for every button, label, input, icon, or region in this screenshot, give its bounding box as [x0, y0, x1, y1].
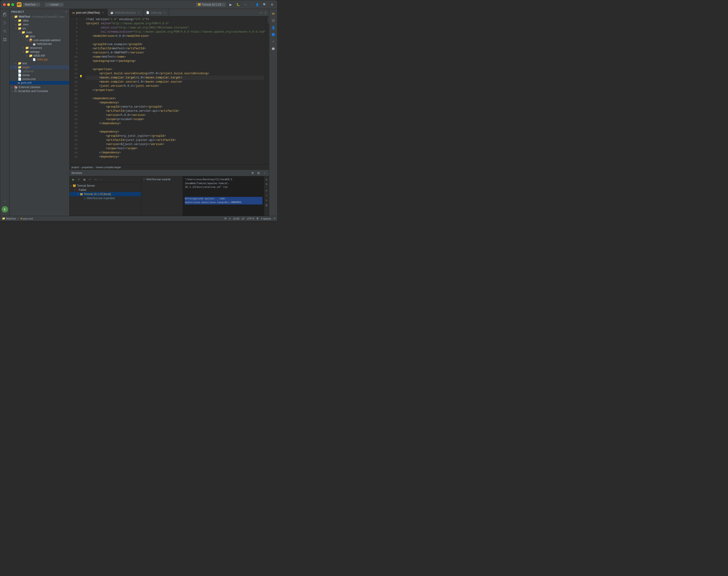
scrollbar-thumb[interactable]: [268, 17, 269, 23]
right-sidebar-ai[interactable]: 🤖: [270, 45, 276, 52]
lightbulb-icon[interactable]: 💡: [79, 75, 84, 79]
status-vcs-icon[interactable]: ⚙: [224, 217, 227, 220]
tomcat-server-label: Tomcat Server: [77, 184, 95, 188]
status-time[interactable]: 15:58: [233, 217, 239, 220]
tree-item-src[interactable]: ▾ 📁 src: [9, 26, 69, 30]
tree-item-mvnw[interactable]: ▸ 📄 mvnw: [9, 73, 69, 77]
services-item-tomcat-version[interactable]: ▾ 🐱 Tomcat 10.1.23 [local]: [69, 192, 141, 196]
bottom-panel: Services ⚙ ⊞ − ▶ ⟳ ◼ ↩ ↪ ⋯: [69, 170, 269, 216]
services-item-failed[interactable]: ▾ ● Failed: [69, 188, 141, 192]
status-indent[interactable]: 4 spaces: [261, 217, 271, 220]
activity-bottom[interactable]: E: [1, 206, 8, 213]
settings-button[interactable]: ⚙: [269, 2, 274, 7]
tree-item-indexjsp[interactable]: ▸ 📄 index.jsp: [9, 58, 69, 61]
services-toolbar-icon5[interactable]: ↪: [93, 177, 98, 182]
services-item-tomcat-server[interactable]: ▸ 🐱 Tomcat Server: [69, 184, 141, 188]
console-output[interactable]: "/Users/eve/Desktop/CS/JavaEE/1 JavaWeb/…: [183, 176, 269, 216]
services-settings-button[interactable]: ⚙: [250, 171, 255, 176]
status-layout-icon[interactable]: ⊞: [257, 217, 259, 220]
activity-files[interactable]: [1, 11, 8, 18]
tree-item-resources[interactable]: ▸ 📁 resources: [9, 46, 69, 50]
console-wrap-icon[interactable]: ⇌: [265, 189, 269, 193]
breadcrumb-target[interactable]: maven.compiler.target: [96, 166, 121, 169]
tree-item-pomxml[interactable]: ▸ m pom.xml: [9, 81, 69, 85]
status-share-icon[interactable]: ↗: [273, 217, 275, 220]
right-sidebar-maven[interactable]: m: [270, 10, 276, 17]
tree-label-mvnw: mvnw: [23, 74, 30, 77]
debug-button[interactable]: 🐛: [235, 2, 240, 7]
services-toolbar-icon4[interactable]: ↩: [88, 177, 92, 182]
status-project[interactable]: 📁 WebTest: [2, 217, 16, 220]
tree-item-idea[interactable]: ▸ 📁 .idea: [9, 19, 69, 23]
activity-search[interactable]: [1, 28, 8, 35]
services-layout-button[interactable]: ⊞: [256, 171, 261, 176]
console-clear-icon[interactable]: 🗑: [265, 203, 269, 207]
tree-item-external-libraries[interactable]: ▸ 📚 External Libraries: [9, 85, 69, 89]
folder-icon: 📁: [25, 34, 29, 38]
activity-plugins[interactable]: [1, 36, 8, 43]
account-button[interactable]: 👤: [255, 2, 260, 7]
status-branch[interactable]: V: [229, 217, 231, 220]
tree-item-main[interactable]: ▾ 📁 main: [9, 30, 69, 34]
run-button[interactable]: ▶: [228, 2, 233, 7]
breadcrumb-properties[interactable]: properties: [82, 166, 93, 169]
services-stop-button[interactable]: ◼: [82, 177, 87, 182]
search-button[interactable]: 🔍: [262, 2, 267, 7]
tomcat-dropdown-icon: ▼: [222, 3, 224, 6]
console-copy-icon[interactable]: ⊙: [265, 198, 269, 202]
tree-item-webtest[interactable]: ▾ 📁 WebTest ~/Desktop/CS/JavaEE/1 Java: [9, 15, 69, 19]
console-line-1: "/Users/eve/Desktop/CS/JavaEE/1 JavaWeb/…: [185, 178, 262, 189]
deploy-info-pane: ⬡ WebTest:war explode: [141, 176, 183, 216]
services-close-button[interactable]: −: [262, 171, 267, 176]
breadcrumb-project[interactable]: project: [71, 166, 79, 169]
services-item-war[interactable]: ▸ ⬡ WebTest:war exploded: [69, 196, 141, 200]
tree-item-mvn[interactable]: ▸ 📁 .mvn: [9, 23, 69, 26]
tree-item-mvnwcmd[interactable]: ▸ 📄 mvnw.cmd: [9, 77, 69, 81]
tab-indexjsp[interactable]: 📄 index.jsp ✕: [143, 9, 169, 17]
console-scroll-down[interactable]: ▼: [265, 182, 269, 186]
tree-item-scratches[interactable]: ▸ 🗒 Scratches and Consoles: [9, 89, 69, 93]
services-run-button[interactable]: ▶: [71, 177, 76, 182]
branch-selector[interactable]: ⎇ master ▼: [45, 3, 64, 7]
tab-close-pom[interactable]: ✕: [101, 11, 105, 15]
tab-pom[interactable]: m pom.xml (WebTest) ✕: [69, 9, 108, 17]
folder-icon: 📁: [18, 27, 22, 30]
services-toolbar-icon2[interactable]: ⟳: [77, 177, 81, 182]
console-filter-icon[interactable]: ≡: [265, 193, 269, 198]
right-sidebar-list[interactable]: [270, 17, 276, 24]
tree-item-java[interactable]: ▾ 📁 java: [9, 34, 69, 38]
tab-label-helloservlet: HelloServlet.java: [115, 11, 136, 15]
activity-more[interactable]: ⋯: [1, 197, 8, 205]
services-toolbar-more[interactable]: ⋯: [99, 177, 104, 182]
tree-item-target[interactable]: ▸ 📁 target: [9, 65, 69, 69]
tab-options-button[interactable]: ⋯: [258, 10, 263, 15]
right-sidebar-person[interactable]: 👤: [270, 24, 276, 31]
maximize-button[interactable]: [11, 3, 14, 6]
code-content[interactable]: <?xml version="1.0" encoding="UTF-8"?> <…: [84, 17, 266, 165]
minimize-button[interactable]: [7, 3, 10, 6]
tree-item-webapp[interactable]: ▾ 📁 webapp: [9, 50, 69, 54]
close-button[interactable]: [3, 3, 6, 6]
code-line-29: <groupId>org.junit.jupiter</groupId>: [86, 134, 264, 138]
project-selector[interactable]: WebTest ▼: [23, 3, 40, 7]
tab-helloservlet[interactable]: ☕ HelloServlet.java ✕: [108, 9, 143, 17]
tree-item-test[interactable]: ▸ 📁 test: [9, 61, 69, 65]
status-file[interactable]: m pom.xml: [20, 217, 33, 220]
activity-vcs[interactable]: [1, 19, 8, 27]
tab-close-indexjsp[interactable]: ✕: [163, 11, 166, 15]
console-scroll-up[interactable]: ▲: [265, 177, 269, 181]
tree-item-helloservlet[interactable]: ▸ ☕ HelloServlet: [9, 42, 69, 46]
status-indent-value: 4 spaces: [261, 217, 271, 220]
status-encoding[interactable]: UTF-8: [247, 217, 254, 220]
status-line-sep[interactable]: LF: [242, 217, 245, 220]
tree-item-gitignore[interactable]: ▸ 📄 .gitignore: [9, 69, 69, 73]
right-sidebar-spiral[interactable]: 🔵: [270, 31, 276, 38]
tomcat-selector[interactable]: 🐱 Tomcat 10.1.23 ▼: [196, 3, 226, 7]
tree-item-webinf[interactable]: ▸ 📁 WEB-INF: [9, 54, 69, 58]
sidebar-dropdown-icon[interactable]: ▼: [65, 11, 67, 13]
more-button[interactable]: ⋯: [243, 2, 248, 7]
maven-tab-icon: m: [72, 11, 75, 14]
tab-close-helloservlet[interactable]: ✕: [137, 11, 140, 15]
tree-item-com[interactable]: ▾ 📦 com.example.webtest: [9, 38, 69, 42]
right-sidebar-openai[interactable]: ✦: [270, 38, 276, 45]
